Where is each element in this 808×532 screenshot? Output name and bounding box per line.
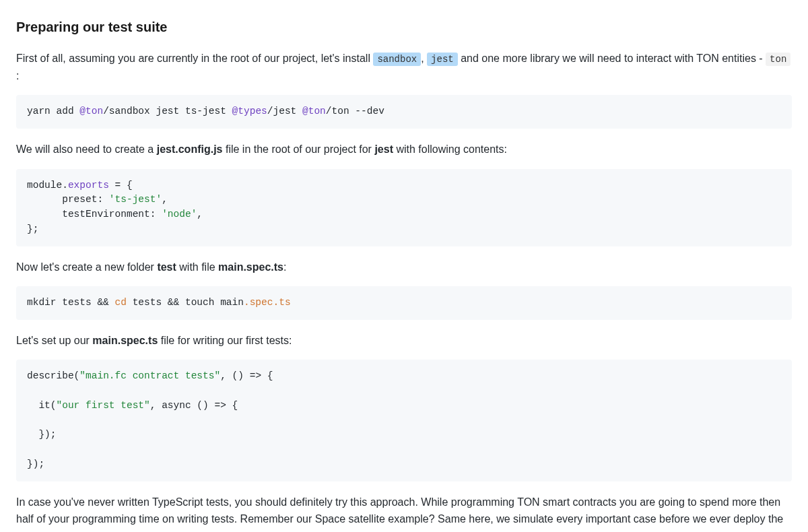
paragraph-install: First of all, assuming you are currently… xyxy=(16,50,792,84)
code-text: , async () => { xyxy=(150,400,238,411)
code-string: "our first test" xyxy=(57,400,150,411)
code-cd: cd xyxy=(115,297,127,308)
text: file for writing our first tests: xyxy=(158,335,292,346)
code-text: }); xyxy=(27,459,44,469)
text: with following contents: xyxy=(393,143,507,155)
code-ext: .spec.ts xyxy=(244,297,291,308)
bold-filename: jest.config.js xyxy=(157,143,223,155)
code-text: = { xyxy=(109,180,133,191)
code-text: module. xyxy=(27,180,68,191)
text: : xyxy=(16,70,19,81)
code-text: }); xyxy=(27,429,57,440)
code-text: }; xyxy=(27,224,38,234)
text: , xyxy=(421,53,427,64)
code-text: yarn add xyxy=(27,106,79,117)
code-text: preset: xyxy=(27,194,109,205)
code-block-yarn-add: yarn add @ton/sandbox jest ts-jest @type… xyxy=(16,95,792,129)
code-scope: @types xyxy=(232,106,267,117)
code-sandbox: sandbox xyxy=(373,53,421,66)
bold-mainspec2: main.spec.ts xyxy=(92,335,158,346)
code-string: 'node' xyxy=(162,209,197,220)
text: Now let's create a new folder xyxy=(16,261,157,273)
text: We will also need to create a xyxy=(16,143,157,155)
code-ton: ton xyxy=(766,53,790,66)
text: and one more library we will need to int… xyxy=(458,53,766,64)
code-text: , xyxy=(197,209,203,220)
code-text: it( xyxy=(27,400,57,411)
paragraph-setup-mainspec: Let's set up our main.spec.ts file for w… xyxy=(16,332,792,350)
code-text: /jest xyxy=(267,106,302,117)
code-string: 'ts-jest' xyxy=(109,194,162,205)
code-jest: jest xyxy=(427,53,458,66)
text: First of all, assuming you are currently… xyxy=(16,53,373,64)
code-string: "main.fc contract tests" xyxy=(79,370,220,381)
code-exports: exports xyxy=(68,180,109,191)
code-text: testEnvironment: xyxy=(27,209,162,220)
section-heading: Preparing our test suite xyxy=(16,16,792,38)
code-text: tests && touch main xyxy=(127,297,244,308)
code-text: /sandbox jest ts-jest xyxy=(103,106,232,117)
bold-jest: jest xyxy=(374,143,393,155)
code-text: , () => { xyxy=(220,370,273,381)
text: file in the root of our project for xyxy=(223,143,375,155)
bold-test: test xyxy=(157,261,176,273)
text: with file xyxy=(176,261,218,273)
text: : xyxy=(283,261,286,273)
code-block-jest-config: module.exports = { preset: 'ts-jest', te… xyxy=(16,169,792,246)
code-text: mkdir tests && xyxy=(27,297,115,308)
paragraph-create-folder: Now let's create a new folder test with … xyxy=(16,259,792,276)
code-block-describe: describe("main.fc contract tests", () =>… xyxy=(16,360,792,481)
text: Let's set up our xyxy=(16,335,92,346)
code-scope: @ton xyxy=(302,106,326,117)
code-block-mkdir: mkdir tests && cd tests && touch main.sp… xyxy=(16,286,792,320)
code-text: describe( xyxy=(27,370,79,381)
code-text: , xyxy=(162,194,168,205)
code-text: /ton --dev xyxy=(326,106,384,117)
code-scope: @ton xyxy=(79,106,103,117)
bold-mainspec: main.spec.ts xyxy=(218,261,283,273)
paragraph-closing: In case you've never written TypeScript … xyxy=(16,494,792,532)
paragraph-jest-config: We will also need to create a jest.confi… xyxy=(16,141,792,158)
